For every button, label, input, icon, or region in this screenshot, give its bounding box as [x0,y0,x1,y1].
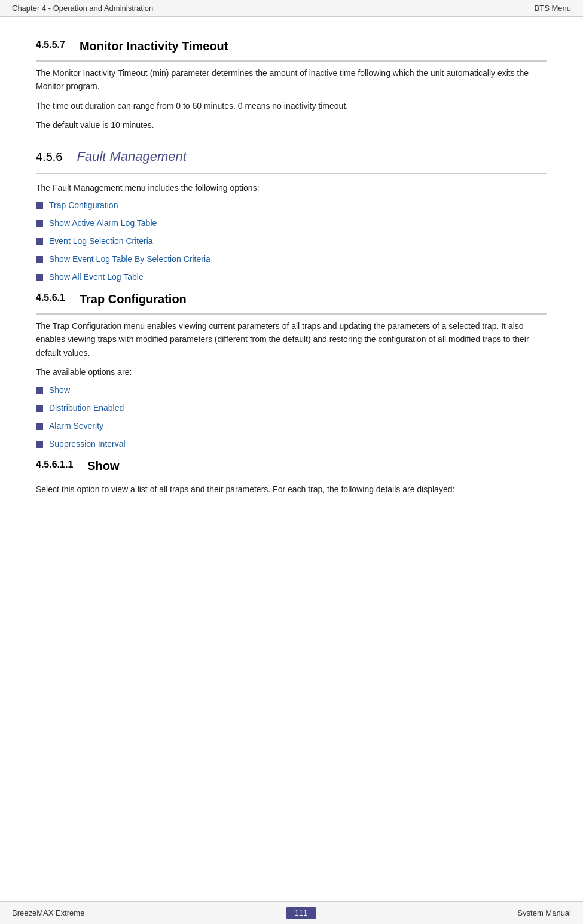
bullet-icon [36,220,43,227]
section-4561-heading: 4.5.6.1 Trap Configuration [36,292,547,315]
section-456-heading: 4.5.6 Fault Management [36,149,547,174]
list-item: Trap Configuration [36,200,547,210]
bullet-icon [36,202,43,209]
bullet-link-alarm-severity[interactable]: Alarm Severity [49,421,103,431]
section-4557-number: 4.5.5.7 [36,39,65,58]
bullet-link-show-event-log[interactable]: Show Event Log Table By Selection Criter… [49,254,210,264]
bullet-link-event-log-criteria[interactable]: Event Log Selection Criteria [49,236,153,246]
bullet-icon [36,238,43,245]
bullet-icon [36,274,43,281]
section-4561-para-2: The available options are: [36,365,547,379]
header-right: BTS Menu [535,4,571,13]
section-4561-bullet-list: Show Distribution Enabled Alarm Severity… [36,385,547,449]
bullet-icon [36,405,43,412]
page-header: Chapter 4 - Operation and Administration… [0,0,583,17]
main-content: 4.5.5.7 Monitor Inactivity Timeout The M… [0,17,583,526]
section-456-title: Fault Management [77,149,186,164]
section-45611-heading: 4.5.6.1.1 Show [36,459,547,478]
section-456-bullet-list: Trap Configuration Show Active Alarm Log… [36,200,547,282]
section-45611-title: Show [87,459,119,473]
section-456-intro: The Fault Management menu includes the f… [36,181,547,194]
section-4557-para-1: The Monitor Inactivity Timeout (min) par… [36,66,547,93]
bullet-link-show-all-event[interactable]: Show All Event Log Table [49,272,144,282]
list-item: Suppression Interval [36,439,547,449]
list-item: Show All Event Log Table [36,272,547,282]
section-4561-number: 4.5.6.1 [36,292,65,311]
bullet-link-show-active[interactable]: Show Active Alarm Log Table [49,218,157,228]
page-footer: BreezeMAX Extreme 111 System Manual [0,901,583,924]
bullet-link-trap-config[interactable]: Trap Configuration [49,200,118,210]
section-45611-para: Select this option to view a list of all… [36,483,547,496]
bullet-icon [36,423,43,430]
bullet-icon [36,387,43,394]
section-4557-title: Monitor Inactivity Timeout [80,39,228,53]
bullet-icon [36,256,43,263]
list-item: Show [36,385,547,395]
bullet-link-show[interactable]: Show [49,385,70,395]
footer-page-number: 111 [286,907,316,919]
bullet-link-distribution-enabled[interactable]: Distribution Enabled [49,403,124,413]
list-item: Show Active Alarm Log Table [36,218,547,228]
list-item: Distribution Enabled [36,403,547,413]
footer-left: BreezeMAX Extreme [12,908,84,917]
section-4557-heading: 4.5.5.7 Monitor Inactivity Timeout [36,39,547,62]
header-left: Chapter 4 - Operation and Administration [12,4,153,13]
list-item: Event Log Selection Criteria [36,236,547,246]
section-4557-para-2: The time out duration can range from 0 t… [36,99,547,112]
section-456-number: 4.5.6 [36,150,62,164]
section-4561-title: Trap Configuration [80,292,187,306]
bullet-icon [36,441,43,448]
section-45611-number: 4.5.6.1.1 [36,459,73,478]
bullet-link-suppression-interval[interactable]: Suppression Interval [49,439,126,449]
section-4561-para-1: The Trap Configuration menu enables view… [36,319,547,359]
list-item: Show Event Log Table By Selection Criter… [36,254,547,264]
list-item: Alarm Severity [36,421,547,431]
section-4557-para-3: The default value is 10 minutes. [36,118,547,132]
footer-right: System Manual [517,908,571,917]
